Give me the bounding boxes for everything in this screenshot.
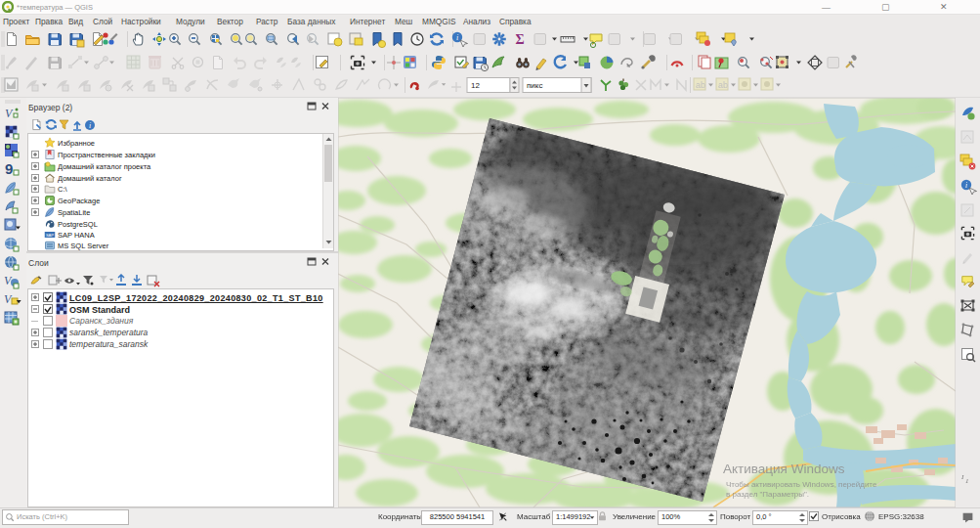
svg-text:Активация Windows: Активация Windows [723,462,845,476]
svg-text:Чтобы активировать Windows, пе: Чтобы активировать Windows, перейдите [726,480,877,489]
svg-text:в раздел "Параметры".: в раздел "Параметры". [726,490,809,499]
svg-text:9: 9 [5,160,13,177]
svg-text:пикс: пикс [527,81,542,90]
svg-text:i: i [456,33,458,42]
svg-text:i: i [89,121,91,130]
svg-text:V: V [5,107,14,120]
svg-text:12: 12 [471,81,480,90]
svg-text:1: 1 [965,477,969,485]
svg-text:ab: ab [718,80,728,90]
svg-text:i: i [965,181,967,190]
svg-text:I: I [960,473,964,481]
svg-text:ab: ab [696,80,705,90]
